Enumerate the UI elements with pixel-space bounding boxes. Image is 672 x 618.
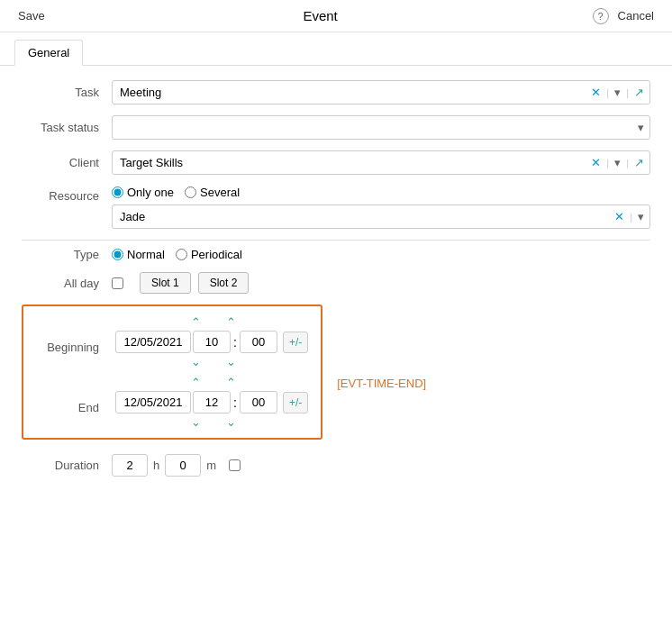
end-hour-down[interactable]: ⌄ <box>187 415 204 429</box>
end-min-up[interactable]: ⌃ <box>222 376 240 389</box>
slot-2-button[interactable]: Slot 2 <box>198 272 250 294</box>
time-gap <box>36 368 308 376</box>
beginning-colon: : <box>232 335 238 350</box>
resource-several-label: Several <box>200 186 240 199</box>
beginning-min-up[interactable]: ⌃ <box>222 315 240 329</box>
form-body: Task ✕ | ▾ | ↗ Task status ▾ Client <box>0 66 672 491</box>
beginning-min-input[interactable] <box>240 331 277 353</box>
task-status-input[interactable] <box>113 116 632 139</box>
type-periodical-label: Periodical <box>191 248 242 261</box>
end-inputs: : +/- <box>115 391 308 414</box>
task-row: Task ✕ | ▾ | ↗ <box>22 80 650 105</box>
resource-input-group: ✕ | ▾ <box>112 204 650 229</box>
client-dropdown-button[interactable]: ▾ <box>609 152 626 173</box>
client-control: ✕ | ▾ | ↗ <box>112 150 650 175</box>
beginning-down-arrows: ⌄ ⌄ <box>144 355 279 368</box>
client-row: Client ✕ | ▾ | ↗ <box>22 150 650 175</box>
type-radio-group: Normal Periodical <box>112 248 242 261</box>
page-title: Event <box>303 8 337 23</box>
end-label: End <box>36 376 108 414</box>
cancel-button[interactable]: Cancel <box>614 7 658 24</box>
slot-1-button[interactable]: Slot 1 <box>140 272 191 294</box>
beginning-date-input[interactable] <box>115 331 191 353</box>
beginning-up-arrows: ⌃ ⌃ <box>144 315 279 329</box>
beginning-min-down[interactable]: ⌄ <box>222 355 240 368</box>
resource-control: Only one Several ✕ | ▾ <box>112 186 650 229</box>
type-row: Type Normal Periodical <box>22 248 650 261</box>
duration-checkbox[interactable] <box>229 459 241 471</box>
end-pm-button[interactable]: +/- <box>283 392 308 414</box>
resource-label: Resource <box>22 186 112 203</box>
client-input[interactable] <box>113 151 586 174</box>
help-icon: ? <box>593 8 609 24</box>
type-normal-radio[interactable] <box>112 249 123 260</box>
top-bar: Save Event ? Cancel <box>0 0 672 32</box>
beginning-hour-input[interactable] <box>193 331 231 353</box>
client-label: Client <box>22 156 112 169</box>
resource-only-one-radio[interactable] <box>112 186 123 198</box>
resource-several[interactable]: Several <box>185 186 240 199</box>
beginning-fields: ⌃ ⌃ : +/- <box>115 315 308 368</box>
resource-dropdown-button[interactable]: ▾ <box>632 206 649 227</box>
all-day-checkbox[interactable] <box>112 277 123 289</box>
end-fields: ⌃ ⌃ : +/- <box>115 376 308 429</box>
type-normal-label: Normal <box>127 248 165 261</box>
end-date-input[interactable] <box>115 391 191 414</box>
task-label: Task <box>22 86 112 99</box>
end-up-arrows: ⌃ ⌃ <box>144 376 279 389</box>
tabs: General <box>0 32 672 66</box>
tab-general[interactable]: General <box>14 40 83 66</box>
task-dropdown-button[interactable]: ▾ <box>609 82 626 103</box>
task-status-label: Task status <box>22 121 112 134</box>
top-bar-left: Save <box>14 7 49 24</box>
evt-time-end-label: [EVT-TIME-END] <box>337 304 426 390</box>
resource-radio-group: Only one Several <box>112 186 650 199</box>
beginning-label: Beginning <box>36 315 108 354</box>
duration-row: Duration h m <box>22 454 650 477</box>
all-day-label: All day <box>22 277 112 290</box>
resource-only-one[interactable]: Only one <box>112 186 174 199</box>
save-button[interactable]: Save <box>14 7 49 24</box>
duration-h-unit: h <box>153 459 159 472</box>
end-group: End ⌃ ⌃ : <box>36 376 308 429</box>
task-clear-button[interactable]: ✕ <box>586 82 606 103</box>
duration-minutes-input[interactable] <box>165 454 201 477</box>
end-colon: : <box>232 395 238 410</box>
task-status-dropdown-button[interactable]: ▾ <box>632 117 649 138</box>
task-link-button[interactable]: ↗ <box>629 82 649 103</box>
time-box: Beginning ⌃ ⌃ : <box>22 304 322 440</box>
time-section: Beginning ⌃ ⌃ : <box>22 304 650 450</box>
resource-input[interactable] <box>113 205 609 228</box>
beginning-inputs: : +/- <box>115 331 308 353</box>
task-status-input-group: ▾ <box>112 115 650 140</box>
task-input-group: ✕ | ▾ | ↗ <box>112 80 650 105</box>
beginning-hour-down[interactable]: ⌄ <box>187 355 204 368</box>
beginning-group: Beginning ⌃ ⌃ : <box>36 315 308 368</box>
duration-label: Duration <box>22 459 112 472</box>
end-hour-up[interactable]: ⌃ <box>187 376 204 389</box>
end-min-down[interactable]: ⌄ <box>222 415 240 429</box>
top-bar-right: ? Cancel <box>593 7 658 24</box>
divider-1 <box>22 240 650 241</box>
beginning-hour-up[interactable]: ⌃ <box>187 315 204 329</box>
resource-row: Resource Only one Several ✕ | ▾ <box>22 186 650 229</box>
type-periodical[interactable]: Periodical <box>176 248 242 261</box>
task-status-row: Task status ▾ <box>22 115 650 140</box>
task-status-control: ▾ <box>112 115 650 140</box>
resource-only-one-label: Only one <box>127 186 174 199</box>
resource-several-radio[interactable] <box>185 186 196 198</box>
end-hour-input[interactable] <box>193 391 231 414</box>
type-label: Type <box>22 248 112 261</box>
type-periodical-radio[interactable] <box>176 249 187 260</box>
all-day-row: All day Slot 1 Slot 2 <box>22 272 650 294</box>
resource-clear-button[interactable]: ✕ <box>609 206 630 227</box>
end-down-arrows: ⌄ ⌄ <box>144 415 279 429</box>
task-input[interactable] <box>113 81 586 104</box>
client-clear-button[interactable]: ✕ <box>586 152 606 173</box>
beginning-pm-button[interactable]: +/- <box>283 332 308 353</box>
type-normal[interactable]: Normal <box>112 248 165 261</box>
client-input-group: ✕ | ▾ | ↗ <box>112 150 650 175</box>
duration-hours-input[interactable] <box>112 454 148 477</box>
client-link-button[interactable]: ↗ <box>629 152 649 173</box>
end-min-input[interactable] <box>240 391 277 414</box>
